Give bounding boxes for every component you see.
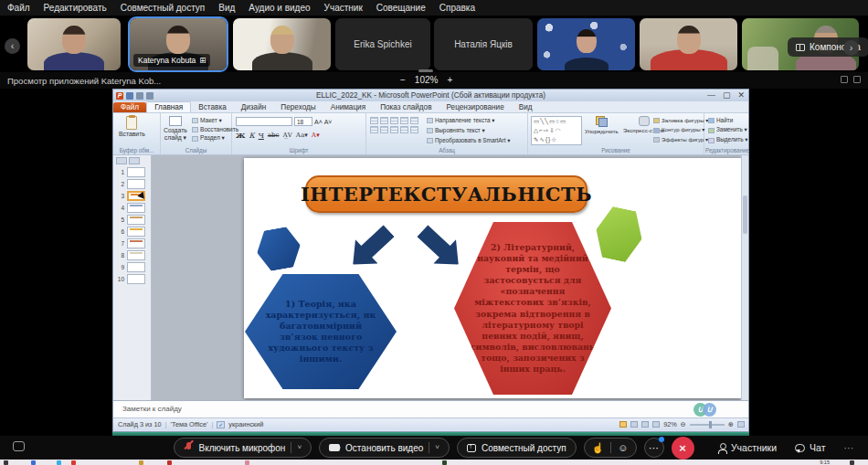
tab-transitions[interactable]: Переходы [273, 102, 323, 112]
chat-button[interactable]: Чат [795, 442, 825, 453]
tab-slideshow[interactable]: Показ слайдов [373, 102, 439, 112]
fit-window-button[interactable] [737, 421, 745, 428]
change-case-button[interactable]: Аа▾ [296, 132, 308, 139]
select-option[interactable]: Выделить ▾ [708, 136, 747, 143]
arrow-down-left[interactable] [342, 218, 400, 276]
menu-participant[interactable]: Участник [324, 3, 363, 13]
tab-insert[interactable]: Вставка [191, 102, 233, 112]
drag-handle[interactable] [418, 69, 433, 72]
slide-thumb-2[interactable]: 2 [113, 178, 151, 190]
menu-view[interactable]: Вид [218, 3, 235, 13]
leave-meeting-button[interactable]: × [672, 437, 694, 460]
replace-option[interactable]: Заменить ▾ [708, 126, 747, 133]
underline-button[interactable]: Ч [259, 132, 264, 140]
shape-effects-option[interactable]: Эффекты фигур ▾ [653, 136, 708, 143]
list-align-buttons[interactable] [370, 117, 427, 133]
raise-hand-button[interactable]: ☝ [592, 442, 605, 454]
red-hexagon[interactable]: 2) Літературний, науковий та медійний те… [454, 222, 611, 395]
video-tile-7[interactable] [640, 18, 737, 70]
strikethrough-button[interactable]: abc [268, 132, 280, 139]
filmstrip-prev-button[interactable]: ‹ [5, 38, 20, 54]
tab-file[interactable]: Файл [113, 102, 146, 112]
small-blue-hexagon[interactable] [253, 225, 303, 273]
notes-pane[interactable]: Заметки к слайду ∪ ∪ [113, 400, 748, 417]
zoom-out-button[interactable]: ⊖ [681, 420, 686, 428]
font-size-box[interactable]: 18 [294, 117, 312, 126]
close-button[interactable]: ✕ [737, 90, 745, 100]
italic-button[interactable]: К [249, 132, 255, 140]
slideshow-button[interactable] [652, 421, 660, 428]
slide-thumb-4[interactable]: 4 [113, 202, 151, 214]
zoom-in-button[interactable]: ⊕ [728, 420, 734, 428]
video-tile-1[interactable] [27, 18, 121, 70]
share-screen-button[interactable]: Совместный доступ [457, 438, 577, 458]
vertical-scrollbar[interactable] [741, 155, 748, 400]
tab-review[interactable]: Рецензирование [439, 102, 512, 112]
green-hexagon[interactable] [591, 204, 648, 264]
shape-outline-option[interactable]: Контур фигуры ▾ [653, 126, 708, 132]
blue-hexagon[interactable]: 1) Теорія, яка характеризується, як бага… [245, 274, 397, 389]
slide-canvas[interactable]: ІНТЕРТЕКСТУАЛЬНІСТЬ 1) Теорія, яка харак… [244, 158, 741, 398]
shapes-gallery[interactable]: ▭╲╲▭○▭ △⌐⇨⇩◠ ✎∿{}☆ [531, 116, 582, 145]
emoji-reaction-button[interactable]: ☺ [618, 442, 628, 453]
font-name-box[interactable] [236, 117, 292, 126]
slide-thumb-10[interactable]: 10 [113, 273, 151, 285]
zoom-level-label[interactable]: 102% [415, 75, 439, 85]
slide-thumb-1[interactable]: 1 [113, 166, 151, 178]
video-tile-natalia[interactable]: Наталія Яцків [434, 18, 533, 70]
zoom-out-button[interactable]: − [400, 75, 406, 85]
text-direction-option[interactable]: Направление текста ▾ [427, 117, 511, 124]
slide-thumb-7[interactable]: 7 [113, 238, 151, 249]
slide-thumb-9[interactable]: 9 [113, 261, 151, 273]
language-label[interactable]: украинский [228, 420, 263, 428]
filmstrip-next-button[interactable]: › [843, 40, 859, 56]
tab-home[interactable]: Главная [146, 101, 191, 112]
menu-edit[interactable]: Редактировать [44, 3, 107, 13]
slide-thumb-3-current[interactable]: 3 [113, 190, 151, 202]
unmute-button[interactable]: Включить микрофон ˅ [174, 438, 312, 458]
video-tile-kateryna[interactable]: Kateryna Kobuta ⊞ [130, 18, 227, 70]
find-option[interactable]: Найти [708, 117, 747, 123]
menu-share[interactable]: Совместный доступ [121, 3, 206, 13]
slide-thumb-5[interactable]: 5 [113, 214, 151, 226]
menu-help[interactable]: Справка [439, 3, 475, 13]
video-tile-6[interactable] [537, 18, 635, 70]
menu-audio-video[interactable]: Аудио и видео [249, 3, 310, 13]
participants-button[interactable]: Участники [718, 442, 777, 453]
bold-button[interactable]: Ж [236, 131, 246, 140]
font-color-button[interactable]: А▾ [312, 132, 320, 139]
grow-shrink-font[interactable]: А˄ А˅ [314, 119, 332, 125]
normal-view-button[interactable] [619, 421, 627, 428]
menu-meeting[interactable]: Совещание [376, 3, 426, 13]
stop-video-button[interactable]: Остановить видео ˅ [319, 438, 450, 458]
tab-design[interactable]: Дизайн [234, 102, 274, 112]
menu-file[interactable]: Файл [7, 3, 30, 13]
new-slide-button[interactable]: Создать слайд ▾ [164, 116, 187, 142]
tab-view[interactable]: Вид [512, 102, 540, 112]
slide-sorter-button[interactable] [630, 421, 638, 428]
more-options-button[interactable]: ⋯ [644, 438, 664, 458]
maximize-button[interactable]: ▢ [723, 90, 731, 100]
video-tile-3[interactable] [233, 18, 331, 70]
align-text-option[interactable]: Выровнять текст ▾ [427, 127, 511, 134]
share-view-controls[interactable] [841, 76, 861, 83]
paste-button[interactable]: Вставить [119, 116, 145, 137]
windows-taskbar[interactable]: 9:15 [0, 460, 868, 465]
minimize-button[interactable]: — [707, 90, 715, 100]
pin-icon[interactable]: ⊞ [199, 56, 206, 65]
slide-title-shape[interactable]: ІНТЕРТЕКСТУАЛЬНІСТЬ [305, 175, 587, 213]
shape-fill-option[interactable]: Заливка фигуры ▾ [653, 117, 708, 123]
slide-thumb-8[interactable]: 8 [113, 249, 151, 261]
char-spacing-button[interactable]: А̲V [282, 132, 291, 139]
arrow-down-right[interactable] [411, 218, 470, 276]
video-options-chevron[interactable]: ˅ [429, 442, 439, 453]
tab-animations[interactable]: Анимация [323, 102, 373, 112]
panel-tabs[interactable] [113, 155, 151, 166]
zoom-in-button[interactable]: + [447, 75, 452, 85]
spellcheck-icon[interactable]: ✓ [217, 421, 225, 428]
mic-options-chevron[interactable]: ˅ [291, 442, 302, 453]
more-toolbar-button[interactable]: ⋯ [844, 442, 854, 453]
zoom-slider[interactable] [690, 424, 725, 426]
arrange-button[interactable]: Упорядочить [585, 116, 619, 134]
reading-view-button[interactable] [641, 421, 649, 428]
